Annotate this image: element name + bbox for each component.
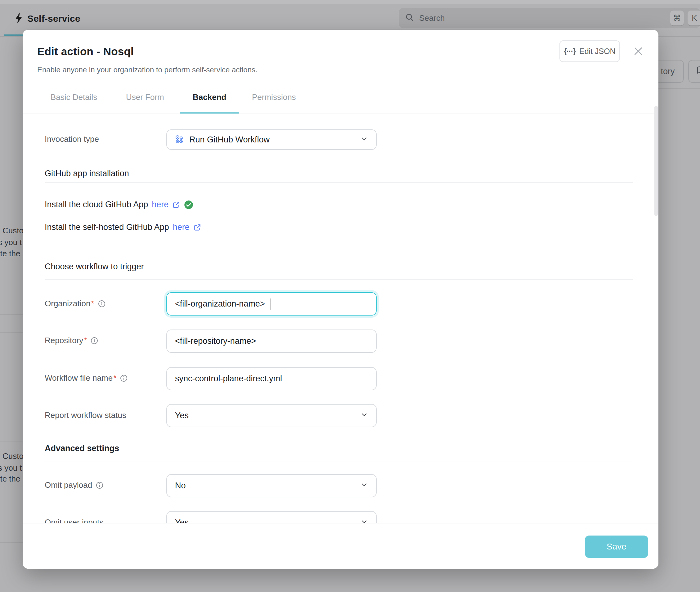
omit-payload-label: Omit payload [45,480,103,490]
background-table-strip: Custo s you t ete the Custo s you t ete … [0,0,22,592]
invocation-type-value: Run GitHub Workflow [189,135,270,145]
background-text-fragment: s you t [0,463,22,473]
section-advanced-title: Advanced settings [45,444,119,453]
workflow-file-label: Workflow file name* [45,373,128,383]
workflow-file-input[interactable]: sync-control-plane-direct.yml [166,367,377,390]
background-row-divider [0,332,22,333]
organization-input[interactable]: <fill-organization-name> [166,292,377,315]
tab-user-form[interactable]: User Form [126,93,164,102]
page-top-strip [0,0,700,4]
invocation-type-select[interactable]: Run GitHub Workflow [166,130,377,150]
save-button[interactable]: Save [585,536,648,558]
close-icon [633,46,644,58]
omit-payload-value: No [175,481,186,491]
docs-button-partial[interactable] [688,60,700,83]
repository-value: <fill-repository-name> [175,336,256,346]
report-status-value: Yes [175,411,189,421]
omit-payload-select[interactable]: No [166,474,377,497]
invocation-type-label: Invocation type [45,134,99,144]
dialog-subtitle: Enable anyone in your organization to pe… [37,65,257,74]
report-status-select[interactable]: Yes [166,404,377,427]
workflow-file-value: sync-control-plane-direct.yml [175,374,282,384]
background-text-fragment: ete the [0,474,20,484]
text-cursor [270,298,271,310]
info-icon[interactable] [96,482,103,489]
app-title: Self-service [27,13,80,24]
json-braces-icon: {···} [564,47,576,55]
info-icon[interactable] [91,337,98,344]
dialog-title: Edit action - Nosql [37,45,134,58]
info-icon[interactable] [98,300,105,307]
tab-backend[interactable]: Backend [193,93,226,102]
dialog-footer: Save [22,523,658,569]
selfhosted-install-link[interactable]: here [173,223,190,232]
cloud-install-link[interactable]: here [152,200,168,209]
background-row-divider [0,314,22,314]
background-text-fragment: Custo [2,451,22,461]
background-text-fragment: s you t [0,238,22,247]
organization-label: Organization* [45,299,105,308]
edit-json-button[interactable]: {···} Edit JSON [559,40,620,62]
modal-scrollbar[interactable] [654,106,658,216]
section-choose-workflow-title: Choose workflow to trigger [45,262,144,272]
search-shortcut: ⌘ K [670,10,700,26]
tab-permissions[interactable]: Permissions [252,93,296,102]
background-row-divider [0,542,22,543]
close-button[interactable] [632,45,645,59]
search-input[interactable]: Search [399,8,700,28]
background-divider [652,88,700,89]
organization-value: <fill-organization-name> [175,299,265,309]
background-row-divider [0,442,22,442]
section-divider [45,461,633,461]
report-status-label: Report workflow status [45,410,126,420]
github-workflow-icon [175,135,184,144]
section-divider [45,183,633,183]
tab-basic-details[interactable]: Basic Details [51,93,97,102]
chevron-down-icon [360,481,368,491]
chevron-down-icon [360,411,368,421]
repository-label: Repository* [45,336,98,345]
external-link-icon[interactable] [172,201,180,209]
installed-check-icon [184,200,193,209]
search-icon [405,13,414,23]
install-cloud-line: Install the cloud GitHub App here [45,200,193,209]
external-link-icon[interactable] [193,224,201,232]
background-text-fragment: Custo [2,226,22,236]
background-text-fragment: ete the [0,249,20,258]
app-header: Self-service [15,12,80,25]
repository-input[interactable]: <fill-repository-name> [166,330,377,353]
edit-action-dialog: Edit action - Nosql Enable anyone in you… [22,30,658,569]
search-placeholder: Search [419,13,445,23]
install-selfhosted-line: Install the self-hosted GitHub App here [45,223,201,232]
command-key-badge: ⌘ [670,10,684,26]
section-divider [45,279,633,280]
tabs-divider [22,113,658,114]
k-key-badge: K [688,10,700,26]
chevron-down-icon [360,135,368,145]
section-github-app-title: GitHub app installation [45,169,129,179]
info-icon[interactable] [120,375,128,382]
book-icon [696,66,700,77]
